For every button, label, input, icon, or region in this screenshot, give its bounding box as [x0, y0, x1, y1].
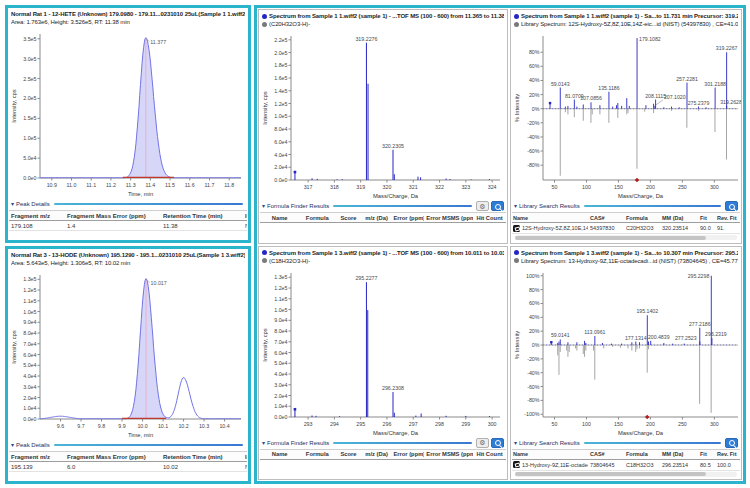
section-label: Formula Finder Results	[267, 203, 329, 209]
svg-text:135.1186: 135.1186	[598, 85, 619, 91]
svg-text:0.0e0: 0.0e0	[274, 177, 287, 183]
collapse-icon[interactable]: ▾	[11, 201, 14, 207]
svg-text:11.0: 11.0	[67, 182, 77, 188]
svg-text:4.0e4: 4.0e4	[23, 373, 36, 379]
svg-text:-80%: -80%	[527, 162, 540, 168]
svg-text:1.0e5: 1.0e5	[274, 113, 287, 119]
mass-spectrum-plot[interactable]: 2932942952962972982993000.0e01.0e42.0e43…	[260, 265, 506, 437]
svg-text:250: 250	[678, 184, 687, 190]
svg-text:319.2267: 319.2267	[716, 45, 738, 51]
scrollbar-thumb[interactable]	[515, 472, 706, 476]
section-divider	[584, 442, 721, 444]
svg-text:% Intensity: % Intensity	[514, 330, 520, 358]
search-icon[interactable]	[491, 438, 504, 448]
collapse-icon[interactable]: ▾	[514, 440, 517, 446]
svg-text:80%: 80%	[529, 49, 540, 55]
svg-text:-80%: -80%	[527, 397, 540, 403]
svg-text:11.7: 11.7	[205, 182, 215, 188]
table-row[interactable]: 195.139 6.0 10.02 N/A	[9, 462, 247, 472]
search-icon[interactable]	[725, 438, 738, 448]
svg-text:9.8: 9.8	[98, 423, 105, 429]
peak-details-table: Fragment m/z Fragment Mass Error (ppm) R…	[8, 210, 248, 231]
section-label: Peak Details	[16, 201, 50, 207]
table-row[interactable]: 179.108 1.4 11.38 N/A	[9, 221, 247, 231]
svg-text:296.2308: 296.2308	[382, 385, 404, 391]
collapse-icon[interactable]: ▾	[11, 442, 14, 448]
spectrum-legend-icon	[514, 250, 519, 255]
svg-text:-20%: -20%	[527, 355, 540, 361]
structure-icon	[513, 225, 520, 232]
library-search-table: Name CAS# Formula MM (Da) Fit Rev. Fit 1…	[511, 212, 741, 241]
library-panel-bottom: Spectrum from Sample 1 3.wiff2 (sample 1…	[510, 246, 742, 481]
svg-text:-40%: -40%	[527, 134, 540, 140]
formula-finder-section-header: ▾ Formula Finder Results ⚙	[259, 437, 507, 449]
library-legend-icon	[514, 258, 519, 263]
section-divider	[54, 203, 243, 205]
panel-header: Normal Rat 3 - 13-HODE (Unknown) 195.129…	[8, 249, 248, 267]
svg-text:275.2379: 275.2379	[688, 100, 710, 106]
table-row[interactable]: 13-Hydroxy-9Z,11E-octadecadienoic acid (…	[512, 460, 740, 471]
svg-text:2.0e5: 2.0e5	[23, 95, 36, 101]
peak-details-table: Fragment m/z Fragment Mass Error (ppm) R…	[8, 451, 248, 472]
table-row[interactable]: 12S-Hydroxy-5Z,8Z,10E,14Z-eicosatetraeno…	[512, 223, 740, 234]
collapse-icon[interactable]: ▾	[262, 203, 265, 209]
svg-text:Mass/Charge, Da: Mass/Charge, Da	[373, 193, 419, 199]
svg-text:320: 320	[383, 184, 392, 190]
svg-text:296: 296	[383, 421, 392, 427]
library-mirror-plot[interactable]: 5010015020025030080%60%40%20%0%-20%-40%-…	[512, 28, 742, 200]
table-header-row: Name Formula Score m/z (Da) Error (ppm) …	[260, 212, 506, 223]
svg-text:9.0e4: 9.0e4	[274, 317, 287, 323]
panel-title: Normal Rat 3 - 13-HODE (Unknown) 195.129…	[11, 252, 245, 258]
svg-text:2.0e4: 2.0e4	[23, 395, 36, 401]
svg-text:294: 294	[330, 421, 339, 427]
svg-text:Mass/Charge, Da: Mass/Charge, Da	[618, 429, 664, 435]
gear-icon[interactable]: ⚙	[476, 201, 489, 211]
table-header-row: Name CAS# Formula MM (Da) Fit Rev. Fit	[512, 212, 740, 223]
search-icon[interactable]	[725, 201, 738, 211]
svg-text:250: 250	[678, 421, 687, 427]
svg-text:1.0e4: 1.0e4	[274, 403, 287, 409]
svg-text:322: 322	[435, 184, 444, 190]
svg-text:Intensity, cps: Intensity, cps	[11, 330, 17, 364]
svg-text:5.0e4: 5.0e4	[23, 155, 36, 161]
svg-text:1.8e5: 1.8e5	[274, 62, 287, 68]
svg-text:200: 200	[646, 421, 655, 427]
svg-text:11.377: 11.377	[150, 39, 166, 45]
svg-text:59.0141: 59.0141	[551, 332, 570, 338]
svg-text:-60%: -60%	[527, 148, 540, 154]
section-divider	[333, 442, 472, 444]
horizontal-scrollbar[interactable]	[515, 235, 737, 240]
svg-text:-100%: -100%	[524, 411, 540, 417]
svg-text:1.2e5: 1.2e5	[274, 285, 287, 291]
svg-text:323: 323	[461, 184, 470, 190]
formula-finder-section-header: ▾ Formula Finder Results ⚙	[259, 200, 507, 212]
section-divider	[584, 205, 721, 207]
svg-text:7.0e4: 7.0e4	[23, 341, 36, 347]
library-mirror-plot[interactable]: 50100150200250300100%80%60%40%20%0%-20%-…	[512, 265, 742, 437]
panel-title: Spectrum from Sample 1 3.wiff2 (sample 1…	[521, 250, 738, 256]
svg-text:1.2e5: 1.2e5	[23, 287, 36, 293]
svg-text:0.0e0: 0.0e0	[274, 414, 287, 420]
formula-finder-table: Name Formula Score m/z (Da) Error (ppm) …	[259, 449, 507, 460]
gear-icon[interactable]: ⚙	[476, 438, 489, 448]
chromatogram-plot[interactable]: 9.69.79.89.910.010.110.210.310.40.0e01.0…	[9, 267, 247, 439]
formula-legend-icon	[262, 258, 267, 263]
svg-text:300: 300	[710, 421, 719, 427]
svg-text:-60%: -60%	[527, 383, 540, 389]
panel-header: Normal Rat 1 - 12-HETE (Unknown) 179.098…	[8, 8, 248, 26]
section-label: Peak Details	[16, 442, 50, 448]
collapse-icon[interactable]: ▾	[262, 440, 265, 446]
svg-text:1.0e5: 1.0e5	[23, 135, 36, 141]
scrollbar-thumb[interactable]	[515, 236, 706, 240]
collapse-icon[interactable]: ▾	[514, 203, 517, 209]
horizontal-scrollbar[interactable]	[515, 472, 737, 477]
svg-text:150: 150	[614, 421, 623, 427]
chromatogram-plot[interactable]: 10.911.011.111.211.311.411.511.611.711.8…	[9, 26, 247, 198]
svg-text:207.1020: 207.1020	[664, 94, 686, 100]
search-icon[interactable]	[491, 201, 504, 211]
mass-spectrum-plot[interactable]: 3173183193203213223233240.0e02.0e44.0e46…	[260, 28, 506, 200]
svg-text:9.7: 9.7	[77, 423, 84, 429]
svg-text:11.5: 11.5	[165, 182, 175, 188]
svg-text:1.4e5: 1.4e5	[274, 88, 287, 94]
svg-text:1.3e5: 1.3e5	[274, 274, 287, 280]
